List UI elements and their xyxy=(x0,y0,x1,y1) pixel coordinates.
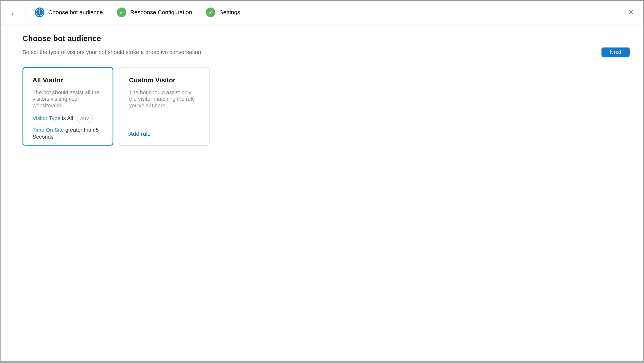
step-response-configuration[interactable]: ✓ Response Configuration xyxy=(117,7,192,17)
rule-field-time-on-site[interactable]: Time On Site xyxy=(32,127,64,133)
close-button[interactable]: ✕ xyxy=(626,7,636,17)
rule-condition-visitor-type: is All xyxy=(62,115,73,121)
step-3-label: Settings xyxy=(219,9,240,15)
close-icon: ✕ xyxy=(628,8,634,17)
rule-time-on-site: Time On Site greater than 5 Seconds xyxy=(32,126,103,140)
check-icon: ✓ xyxy=(208,9,213,15)
next-button[interactable]: Next xyxy=(602,47,630,57)
page-subtitle: Select the type of visitors your bot sho… xyxy=(22,49,203,55)
page-title: Choose bot audience xyxy=(22,24,630,43)
and-operator-badge: AND xyxy=(77,114,93,123)
card-all-visitor[interactable]: All Visitor The bot should assist all th… xyxy=(22,67,113,146)
wizard-window: ← 1 Choose bot audience ✓ Response Confi… xyxy=(0,0,644,363)
step-3-check-badge: ✓ xyxy=(206,7,216,17)
audience-cards-row: All Visitor The bot should assist all th… xyxy=(22,67,630,146)
card-all-visitor-description: The bot should assist all the visitors v… xyxy=(32,89,103,109)
step-2-label: Response Configuration xyxy=(130,9,192,15)
wizard-stepper: 1 Choose bot audience ✓ Response Configu… xyxy=(35,7,240,17)
card-custom-visitor[interactable]: Custom Visitor The bot should assist onl… xyxy=(119,67,210,146)
rule-visitor-type: Visitor Type is All AND xyxy=(32,114,103,123)
wizard-topbar: ← 1 Choose bot audience ✓ Response Confi… xyxy=(0,0,644,24)
rule-field-visitor-type[interactable]: Visitor Type xyxy=(32,115,60,121)
card-custom-visitor-description: The bot should assist only the visitor m… xyxy=(129,89,200,109)
step-1-label: Choose bot audience xyxy=(48,9,103,15)
step-1-number-badge: 1 xyxy=(35,7,44,17)
step-choose-bot-audience[interactable]: 1 Choose bot audience xyxy=(35,7,103,17)
back-button[interactable]: ← xyxy=(8,7,21,18)
topbar-divider xyxy=(26,6,26,18)
step-settings[interactable]: ✓ Settings xyxy=(206,7,240,17)
step-1-number: 1 xyxy=(38,9,41,15)
step-2-check-badge: ✓ xyxy=(117,7,126,17)
card-custom-visitor-title: Custom Visitor xyxy=(129,76,200,84)
back-arrow-icon: ← xyxy=(10,7,20,18)
add-rule-link[interactable]: Add rule xyxy=(129,131,200,137)
card-all-visitor-title: All Visitor xyxy=(32,76,103,84)
subtitle-row: Select the type of visitors your bot sho… xyxy=(22,47,630,57)
wizard-content: Choose bot audience Select the type of v… xyxy=(0,24,644,146)
check-icon: ✓ xyxy=(119,9,124,15)
